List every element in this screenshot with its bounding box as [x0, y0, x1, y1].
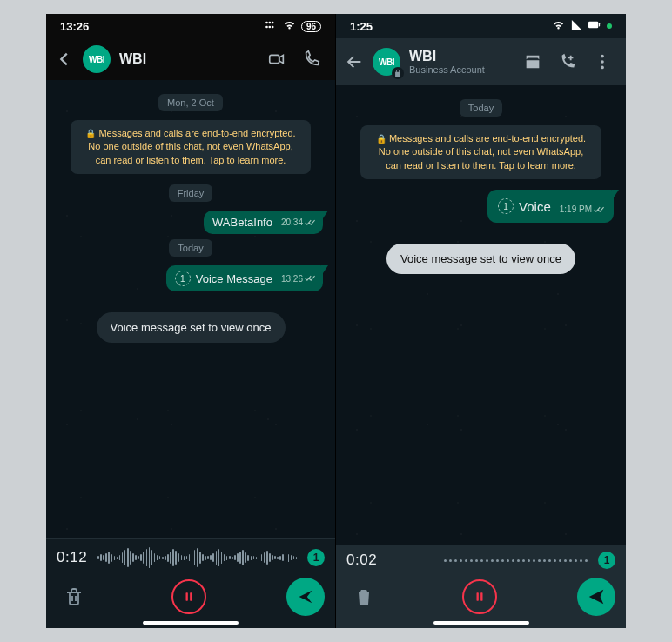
chat-area[interactable]: Today 🔒Messages and calls are end-to-end… [336, 85, 626, 545]
pause-button[interactable] [171, 579, 206, 614]
dots-icon [265, 18, 278, 34]
signal-icon [570, 18, 583, 34]
svg-point-1 [268, 22, 271, 24]
lock-icon: 🔒 [85, 129, 96, 138]
home-indicator [143, 621, 239, 625]
phone-call-icon[interactable] [302, 50, 321, 69]
phone-right: 1:25 WBI WBI Business Account Today 🔒Mes… [335, 14, 626, 628]
status-indicators: 96 [265, 18, 321, 34]
chat-header[interactable]: WBI WBI Business Account [336, 38, 626, 85]
waveform[interactable] [97, 546, 297, 569]
message-time: 20:34 [281, 217, 303, 227]
video-call-icon[interactable] [267, 50, 286, 69]
message-text: WABetaInfo [212, 216, 272, 229]
message-text: Voice [519, 199, 551, 214]
date-chip: Friday [169, 184, 213, 202]
svg-point-12 [601, 60, 604, 64]
status-bar: 1:25 [336, 14, 626, 38]
message-time: 13:26 [281, 274, 303, 284]
svg-point-3 [265, 26, 268, 29]
voice-message-bubble[interactable]: 1 Voice Message 13:26 [166, 265, 323, 291]
svg-rect-6 [270, 55, 279, 63]
svg-rect-10 [599, 23, 600, 27]
delivered-icon [305, 218, 316, 227]
more-icon[interactable] [593, 52, 612, 71]
toast: Voice message set to view once [97, 312, 286, 343]
view-once-icon: 1 [498, 198, 514, 214]
svg-rect-9 [588, 22, 598, 29]
message-text: Voice Message [196, 272, 272, 285]
svg-point-5 [272, 26, 274, 29]
pause-button[interactable] [462, 579, 497, 614]
home-indicator [433, 621, 529, 625]
date-chip: Today [460, 99, 502, 117]
battery-icon [588, 18, 601, 34]
delete-button[interactable] [346, 579, 381, 614]
chat-title[interactable]: WBI [409, 49, 485, 64]
svg-point-11 [601, 55, 604, 58]
battery-indicator: 96 [301, 21, 321, 32]
svg-point-4 [268, 26, 271, 29]
record-time: 0:12 [57, 549, 87, 566]
date-chip: Mon, 2 Oct [158, 94, 223, 111]
phone-left: 13:26 96 WBI WBI Mon, 2 Oct 🔒Messages an… [46, 14, 335, 628]
lock-icon: 🔒 [376, 134, 386, 144]
chat-area[interactable]: Mon, 2 Oct 🔒Messages and calls are end-t… [46, 80, 335, 538]
encryption-notice[interactable]: 🔒Messages and calls are end-to-end encry… [360, 125, 601, 179]
chat-subtitle: Business Account [409, 64, 485, 75]
add-call-icon[interactable] [558, 52, 577, 71]
unread-badge: 1 [598, 552, 615, 569]
delete-button[interactable] [57, 579, 91, 614]
encryption-notice[interactable]: 🔒Messages and calls are end-to-end encry… [71, 120, 311, 174]
svg-point-0 [265, 22, 268, 24]
svg-rect-14 [476, 592, 478, 600]
wifi-icon [552, 18, 565, 34]
record-time: 0:02 [346, 552, 377, 569]
status-bar: 13:26 96 [46, 14, 335, 38]
message-bubble[interactable]: WABetaInfo 20:34 [204, 211, 323, 234]
status-indicators [552, 18, 612, 34]
svg-point-13 [601, 66, 604, 70]
svg-point-2 [272, 22, 274, 24]
status-dot-icon [607, 23, 612, 29]
voice-record-bar: 0:02 1 [336, 545, 626, 628]
status-time: 13:26 [60, 20, 89, 33]
svg-rect-7 [186, 592, 188, 600]
catalog-icon[interactable] [523, 52, 542, 71]
unread-badge: 1 [307, 549, 325, 566]
back-icon[interactable] [55, 50, 74, 69]
svg-rect-8 [190, 592, 192, 600]
view-once-icon: 1 [175, 271, 191, 286]
delivered-icon [305, 274, 316, 283]
status-time: 1:25 [350, 20, 373, 33]
toast: Voice message set to view once [386, 244, 575, 274]
chat-title[interactable]: WBI [119, 51, 146, 67]
send-button[interactable] [286, 578, 325, 616]
business-badge-icon [392, 67, 404, 79]
date-chip: Today [169, 239, 212, 257]
send-button[interactable] [577, 578, 615, 616]
message-time: 1:19 PM [560, 204, 592, 214]
voice-record-bar: 0:12 1 [46, 538, 335, 628]
back-icon[interactable] [345, 52, 364, 71]
chat-header[interactable]: WBI WBI [46, 38, 335, 80]
avatar[interactable]: WBI [83, 45, 111, 73]
svg-rect-15 [480, 592, 482, 600]
voice-message-bubble[interactable]: 1 Voice 1:19 PM [487, 190, 614, 223]
waveform[interactable] [387, 559, 588, 562]
wifi-icon [283, 18, 296, 34]
delivered-icon [594, 205, 605, 214]
